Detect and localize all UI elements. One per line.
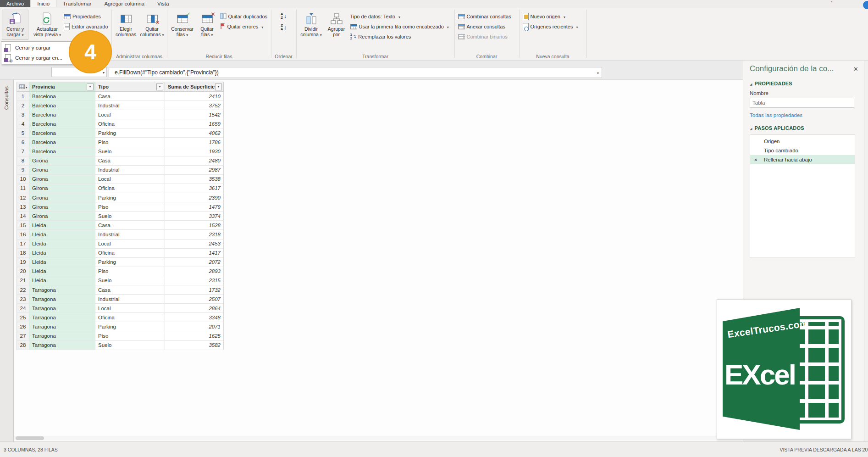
cell-tipo[interactable]: Suelo [95,212,165,221]
cell-suma[interactable]: 2507 [165,295,224,304]
choose-columns-button[interactable]: Elegir columnas [114,10,138,39]
recent-sources-button[interactable]: Orígenes recientes [521,22,580,31]
row-number[interactable]: 12 [17,193,29,202]
cell-tipo[interactable]: Local [95,304,165,313]
cell-suma[interactable]: 2864 [165,304,224,313]
tab-inicio[interactable]: Inicio [30,0,56,7]
row-number[interactable]: 19 [17,258,29,267]
cell-suma[interactable]: 2893 [165,267,224,276]
first-row-headers-button[interactable]: Usar la primera fila como encabezado [349,22,450,31]
cell-provincia[interactable]: Barcelona [29,128,95,138]
cell-provincia[interactable]: Lleida [29,240,95,249]
cell-suma[interactable]: 2410 [165,92,224,101]
cell-provincia[interactable]: Tarragona [29,313,95,322]
cell-provincia[interactable]: Girona [29,184,95,193]
cell-provincia[interactable]: Tarragona [29,322,95,331]
menu-item[interactable]: Cerrar y cargar en... [1,53,75,63]
keep-rows-button[interactable]: ✓ Conservar filas [169,10,196,40]
cell-suma[interactable]: 4062 [165,128,224,138]
cell-suma[interactable]: 3582 [165,341,224,350]
row-number[interactable]: 10 [17,175,29,184]
close-and-load-button[interactable]: Cerrar y cargar [2,10,28,40]
row-number[interactable]: 15 [17,221,29,230]
row-number[interactable]: 28 [17,341,29,350]
cell-suma[interactable]: 3617 [165,184,224,193]
cell-tipo[interactable]: Parking [95,193,165,202]
cell-suma[interactable]: 2315 [165,276,224,285]
cell-tipo[interactable]: Parking [95,322,165,331]
row-number[interactable]: 1 [17,92,29,101]
cell-suma[interactable]: 3374 [165,212,224,221]
horizontal-scrollbar[interactable] [14,436,743,440]
cell-tipo[interactable]: Local [95,240,165,249]
applied-step[interactable]: ✕Rellenar hacia abajo [750,155,855,164]
cell-suma[interactable]: 1417 [165,249,224,258]
cell-tipo[interactable]: Parking [95,128,165,138]
cell-provincia[interactable]: Tarragona [29,341,95,350]
help-icon[interactable] [863,1,868,9]
close-icon[interactable]: ✕ [852,66,859,72]
scrollbar-thumb[interactable] [16,436,44,440]
row-number[interactable]: 2 [17,101,29,110]
cell-suma[interactable]: 2390 [165,193,224,202]
cell-tipo[interactable]: Industrial [95,166,165,175]
formula-input[interactable]: e.FillDown(#"Tipo cambiado",{"Provincia"… [109,67,602,78]
cell-suma[interactable]: 1930 [165,147,224,156]
cell-provincia[interactable]: Lleida [29,249,95,258]
cell-provincia[interactable]: Girona [29,175,95,184]
cell-provincia[interactable]: Barcelona [29,101,95,110]
collapse-triangle-icon[interactable] [750,81,752,86]
group-by-button[interactable]: Agrupar por [325,10,348,39]
applied-step[interactable]: Origen [750,137,855,146]
applied-step[interactable]: Tipo cambiado [750,146,855,155]
cell-tipo[interactable]: Industrial [95,295,165,304]
select-all-corner[interactable] [17,82,29,92]
menu-item[interactable]: Cerrar y cargar [1,43,75,53]
cell-suma[interactable]: 1542 [165,110,224,119]
cell-suma[interactable]: 1732 [165,285,224,295]
remove-rows-button[interactable]: ✕ Quitar filas [197,10,218,40]
row-number[interactable]: 21 [17,276,29,285]
combine-binaries-button[interactable]: Combinar binarios [457,32,513,41]
row-number[interactable]: 3 [17,110,29,119]
row-number[interactable]: 25 [17,313,29,322]
column-header-tipo[interactable]: Tipo [95,82,165,92]
cell-suma[interactable]: 3348 [165,313,224,322]
advanced-editor-button[interactable]: Editor avanzado [62,22,110,31]
cell-provincia[interactable]: Girona [29,193,95,202]
cell-suma[interactable]: 1786 [165,138,224,147]
cell-provincia[interactable]: Lleida [29,267,95,276]
cell-tipo[interactable]: Piso [95,267,165,276]
row-number[interactable]: 20 [17,267,29,276]
row-number[interactable]: 22 [17,285,29,295]
row-number[interactable]: 27 [17,331,29,340]
row-number[interactable]: 11 [17,184,29,193]
cell-suma[interactable]: 2071 [165,322,224,331]
row-number[interactable]: 4 [17,119,29,128]
properties-button[interactable]: Propiedades [62,12,110,21]
row-number[interactable]: 23 [17,295,29,304]
cell-provincia[interactable]: Lleida [29,276,95,285]
cell-suma[interactable]: 1659 [165,119,224,128]
cell-suma[interactable]: 1528 [165,221,224,230]
row-number[interactable]: 8 [17,156,29,166]
cell-provincia[interactable]: Lleida [29,221,95,230]
sort-ascending-button[interactable]: AZ↓ [279,11,288,20]
data-type-button[interactable]: Tipo de datos: Texto [349,12,450,21]
cell-tipo[interactable]: Piso [95,202,165,212]
tab-agregar-columna[interactable]: Agregar columna [98,0,151,7]
cell-tipo[interactable]: Suelo [95,341,165,350]
cell-provincia[interactable]: Girona [29,202,95,212]
tab-transformar[interactable]: Transformar [56,0,98,7]
cell-provincia[interactable]: Lleida [29,230,95,239]
cell-tipo[interactable]: Industrial [95,101,165,110]
formula-expand-icon[interactable] [596,69,599,76]
merge-queries-button[interactable]: Combinar consultas [457,12,513,21]
row-number[interactable]: 16 [17,230,29,239]
cell-tipo[interactable]: Casa [95,221,165,230]
remove-errors-button[interactable]: Quitar errores [219,22,269,31]
query-name-input[interactable] [750,98,854,108]
cell-suma[interactable]: 3538 [165,175,224,184]
collapse-ribbon-icon[interactable] [828,0,836,7]
cell-tipo[interactable]: Local [95,110,165,119]
